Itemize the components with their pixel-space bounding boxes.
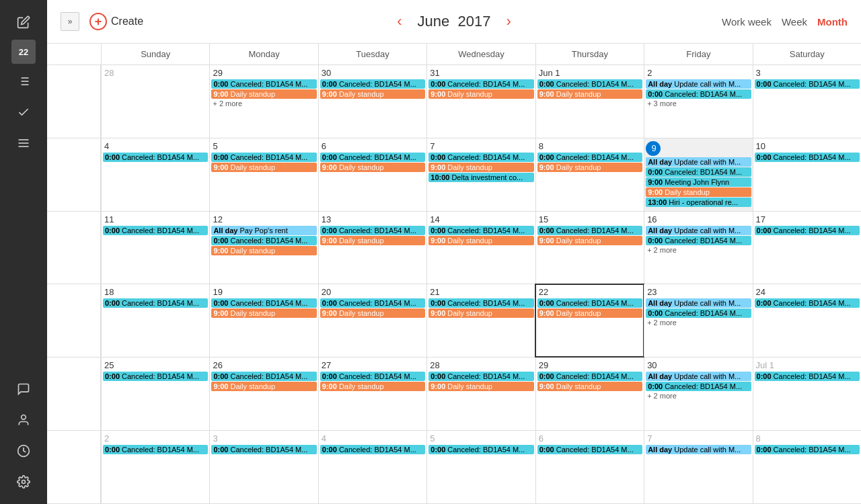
person-icon[interactable] <box>10 407 37 433</box>
day-cell-5-2[interactable]: 40:00Canceled: BD1A54 M... <box>318 431 426 503</box>
day-cell-4-3[interactable]: 280:00Canceled: BD1A54 M...9:00Daily sta… <box>426 358 535 430</box>
event-2-4-0[interactable]: 0:00Canceled: BD1A54 M... <box>537 226 642 235</box>
day-cell-1-4[interactable]: 80:00Canceled: BD1A54 M...9:00Daily stan… <box>535 138 644 211</box>
event-4-6-0[interactable]: 0:00Canceled: BD1A54 M... <box>755 372 860 381</box>
day-cell-3-4[interactable]: 220:00Canceled: BD1A54 M...9:00Daily sta… <box>535 284 644 357</box>
list-icon[interactable] <box>10 68 37 95</box>
edit-icon[interactable] <box>10 9 37 36</box>
day-cell-3-0[interactable]: 180:00Canceled: BD1A54 M... <box>101 284 209 357</box>
event-0-1-0[interactable]: 0:00Canceled: BD1A54 M... <box>211 79 316 89</box>
day-cell-2-5[interactable]: 16All dayUpdate call with M...0:00Cancel… <box>644 212 752 284</box>
event-4-2-0[interactable]: 0:00Canceled: BD1A54 M... <box>320 372 425 381</box>
event-0-5-1[interactable]: 0:00Canceled: BD1A54 M... <box>646 89 751 99</box>
event-0-6-0[interactable]: 0:00Canceled: BD1A54 M... <box>755 79 860 89</box>
day-cell-3-6[interactable]: 240:00Canceled: BD1A54 M... <box>753 284 861 357</box>
settings-icon[interactable] <box>10 468 37 495</box>
day-cell-3-1[interactable]: 190:00Canceled: BD1A54 M...9:00Daily sta… <box>209 284 317 357</box>
event-0-4-0[interactable]: 0:00Canceled: BD1A54 M... <box>537 79 642 89</box>
event-3-3-0[interactable]: 0:00Canceled: BD1A54 M... <box>428 298 533 308</box>
event-5-4-0[interactable]: 0:00Canceled: BD1A54 M... <box>537 445 642 454</box>
event-3-1-0[interactable]: 0:00Canceled: BD1A54 M... <box>211 298 316 308</box>
prev-arrow[interactable]: ‹ <box>391 10 407 33</box>
event-4-2-1[interactable]: 9:00Daily standup <box>320 382 425 391</box>
more-link-3-5[interactable]: + 2 more <box>646 319 751 327</box>
view-week[interactable]: Week <box>782 16 807 28</box>
day-cell-3-5[interactable]: 23All dayUpdate call with M...0:00Cancel… <box>644 284 752 357</box>
event-0-4-1[interactable]: 9:00Daily standup <box>537 89 642 99</box>
event-2-2-1[interactable]: 9:00Daily standup <box>320 236 425 245</box>
event-3-5-0[interactable]: All dayUpdate call with M... <box>646 298 751 308</box>
event-1-2-1[interactable]: 9:00Daily standup <box>320 163 425 172</box>
day-cell-3-2[interactable]: 200:00Canceled: BD1A54 M...9:00Daily sta… <box>318 284 426 357</box>
day-cell-4-6[interactable]: Jul 10:00Canceled: BD1A54 M... <box>753 358 861 430</box>
event-3-4-0[interactable]: 0:00Canceled: BD1A54 M... <box>537 298 642 308</box>
day-cell-0-0[interactable]: 28 <box>101 65 209 138</box>
day-cell-1-3[interactable]: 70:00Canceled: BD1A54 M...9:00Daily stan… <box>426 138 535 211</box>
event-1-6-0[interactable]: 0:00Canceled: BD1A54 M... <box>755 153 860 162</box>
event-1-4-0[interactable]: 0:00Canceled: BD1A54 M... <box>537 153 642 162</box>
event-2-1-1[interactable]: 0:00Canceled: BD1A54 M... <box>211 236 316 245</box>
menu-icon[interactable] <box>10 130 37 157</box>
event-1-5-3[interactable]: 9:00Daily standup <box>646 187 751 197</box>
day-cell-4-2[interactable]: 270:00Canceled: BD1A54 M...9:00Daily sta… <box>318 358 426 430</box>
event-2-3-0[interactable]: 0:00Canceled: BD1A54 M... <box>428 226 533 235</box>
event-2-1-2[interactable]: 9:00Daily standup <box>211 246 316 255</box>
event-1-4-1[interactable]: 9:00Daily standup <box>537 163 642 172</box>
day-cell-5-0[interactable]: 20:00Canceled: BD1A54 M... <box>101 431 209 503</box>
event-2-4-1[interactable]: 9:00Daily standup <box>537 236 642 245</box>
day-cell-3-3[interactable]: 210:00Canceled: BD1A54 M...9:00Daily sta… <box>426 284 535 357</box>
day-cell-2-3[interactable]: 140:00Canceled: BD1A54 M...9:00Daily sta… <box>426 212 535 284</box>
event-4-4-1[interactable]: 9:00Daily standup <box>537 382 642 391</box>
event-1-1-1[interactable]: 9:00Daily standup <box>211 163 316 172</box>
day-cell-0-1[interactable]: 290:00Canceled: BD1A54 M...9:00Daily sta… <box>209 65 317 138</box>
event-4-3-1[interactable]: 9:00Daily standup <box>428 382 533 391</box>
event-1-5-4[interactable]: 13:00Hiri - operational re... <box>646 198 751 207</box>
day-cell-4-0[interactable]: 250:00Canceled: BD1A54 M... <box>101 358 209 430</box>
event-1-3-0[interactable]: 0:00Canceled: BD1A54 M... <box>428 153 533 162</box>
event-1-5-0[interactable]: All dayUpdate call with M... <box>646 157 751 167</box>
clock-icon[interactable] <box>10 437 37 464</box>
event-0-2-1[interactable]: 9:00Daily standup <box>320 89 425 99</box>
event-2-5-1[interactable]: 0:00Canceled: BD1A54 M... <box>646 236 751 245</box>
event-3-5-1[interactable]: 0:00Canceled: BD1A54 M... <box>646 308 751 318</box>
badge-22[interactable]: 22 <box>11 40 36 64</box>
event-5-2-0[interactable]: 0:00Canceled: BD1A54 M... <box>320 445 425 454</box>
event-1-3-2[interactable]: 10:00Delta investment co... <box>428 173 533 182</box>
event-1-2-0[interactable]: 0:00Canceled: BD1A54 M... <box>320 153 425 162</box>
event-5-6-0[interactable]: 0:00Canceled: BD1A54 M... <box>755 445 860 454</box>
collapse-button[interactable]: » <box>61 12 79 31</box>
event-2-1-0[interactable]: All dayPay Pop's rent <box>211 226 316 235</box>
event-1-5-1[interactable]: 0:00Canceled: BD1A54 M... <box>646 167 751 177</box>
day-cell-0-5[interactable]: 2All dayUpdate call with M...0:00Cancele… <box>644 65 752 138</box>
event-5-0-0[interactable]: 0:00Canceled: BD1A54 M... <box>103 445 208 454</box>
day-cell-0-2[interactable]: 300:00Canceled: BD1A54 M...9:00Daily sta… <box>318 65 426 138</box>
day-cell-2-6[interactable]: 170:00Canceled: BD1A54 M... <box>753 212 861 284</box>
day-cell-2-0[interactable]: 110:00Canceled: BD1A54 M... <box>101 212 209 284</box>
event-3-1-1[interactable]: 9:00Daily standup <box>211 308 316 318</box>
event-3-3-1[interactable]: 9:00Daily standup <box>428 308 533 318</box>
event-4-3-0[interactable]: 0:00Canceled: BD1A54 M... <box>428 372 533 381</box>
event-3-4-1[interactable]: 9:00Daily standup <box>537 308 642 318</box>
event-1-5-2[interactable]: 9:00Meeting John Flynn <box>646 177 751 187</box>
event-3-2-1[interactable]: 9:00Daily standup <box>320 308 425 318</box>
day-cell-4-1[interactable]: 260:00Canceled: BD1A54 M...9:00Daily sta… <box>209 358 317 430</box>
day-cell-1-5[interactable]: 9All dayUpdate call with M...0:00Cancele… <box>644 138 752 211</box>
event-0-2-0[interactable]: 0:00Canceled: BD1A54 M... <box>320 79 425 89</box>
day-cell-2-1[interactable]: 12All dayPay Pop's rent0:00Canceled: BD1… <box>209 212 317 284</box>
event-2-2-0[interactable]: 0:00Canceled: BD1A54 M... <box>320 226 425 235</box>
check-icon[interactable] <box>10 99 37 126</box>
day-cell-0-3[interactable]: 310:00Canceled: BD1A54 M...9:00Daily sta… <box>426 65 535 138</box>
event-4-5-0[interactable]: All dayUpdate call with M... <box>646 372 751 381</box>
event-2-6-0[interactable]: 0:00Canceled: BD1A54 M... <box>755 226 860 235</box>
day-cell-1-0[interactable]: 40:00Canceled: BD1A54 M... <box>101 138 209 211</box>
more-link-0-1[interactable]: + 2 more <box>211 99 316 108</box>
event-2-3-1[interactable]: 9:00Daily standup <box>428 236 533 245</box>
event-1-3-1[interactable]: 9:00Daily standup <box>428 163 533 172</box>
create-button[interactable]: + Create <box>89 13 143 30</box>
event-4-0-0[interactable]: 0:00Canceled: BD1A54 M... <box>103 372 208 381</box>
event-3-0-0[interactable]: 0:00Canceled: BD1A54 M... <box>103 298 208 308</box>
event-1-1-0[interactable]: 0:00Canceled: BD1A54 M... <box>211 153 316 162</box>
day-cell-5-3[interactable]: 50:00Canceled: BD1A54 M... <box>426 431 535 503</box>
event-5-5-0[interactable]: All dayUpdate call with M... <box>646 445 751 454</box>
chat-icon[interactable] <box>10 376 37 403</box>
